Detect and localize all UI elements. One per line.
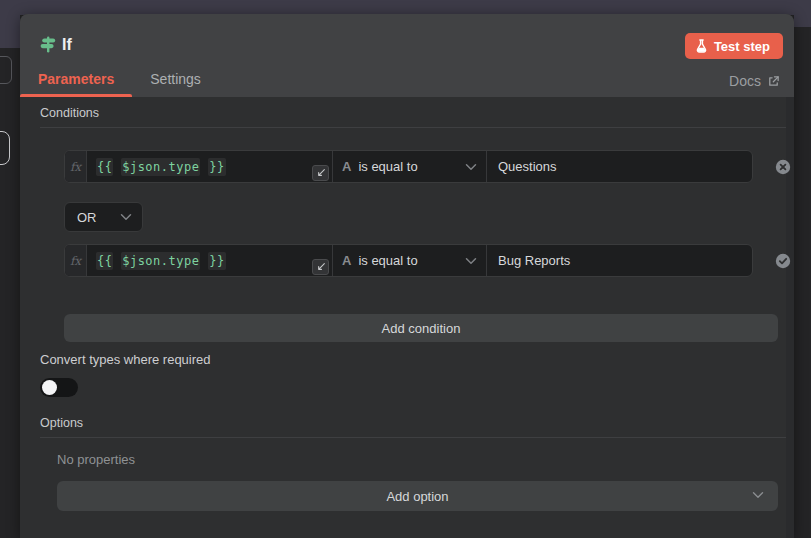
chevron-down-icon [465, 257, 477, 265]
node-settings-panel: If Test step Parameters Settings [20, 14, 794, 538]
canvas-background-left [0, 0, 20, 48]
condition-inputs: fx {{ $json.type }} A is equal to [64, 244, 753, 277]
background-panel-fragment [0, 56, 12, 84]
convert-types-label: Convert types where required [40, 352, 211, 367]
expand-expression-icon[interactable] [312, 165, 329, 181]
expression-fx-prefix: fx [65, 245, 87, 276]
panel-header: If Test step Parameters Settings [20, 14, 794, 97]
chevron-down-icon [465, 163, 477, 171]
tab-parameters[interactable]: Parameters [20, 61, 132, 97]
parameters-panel: Conditions fx {{ $json.type }} [20, 97, 794, 538]
expand-expression-icon[interactable] [312, 259, 329, 275]
condition-inputs: fx {{ $json.type }} A is equal to [64, 150, 753, 183]
add-option-button[interactable]: Add option [57, 481, 778, 511]
node-title: If [62, 36, 72, 54]
condition-row: fx {{ $json.type }} A is equal to [64, 244, 794, 277]
test-step-label: Test step [714, 39, 770, 54]
conditions-section-label: Conditions [40, 106, 99, 120]
no-properties-text: No properties [57, 452, 135, 467]
background-node-fragment [0, 131, 10, 165]
docs-label: Docs [729, 73, 761, 89]
operator-dropdown[interactable]: A is equal to [333, 151, 487, 182]
convert-types-toggle[interactable] [40, 378, 78, 397]
canvas-background-right [794, 0, 811, 27]
flask-icon [695, 39, 708, 53]
left-value-expression-input[interactable]: {{ $json.type }} [87, 245, 333, 276]
toggle-knob [42, 380, 57, 395]
right-value-input[interactable]: Questions [487, 151, 752, 182]
remove-condition-icon[interactable] [775, 159, 791, 175]
n8n-workspace: If Test step Parameters Settings [0, 0, 811, 538]
section-divider [40, 127, 786, 128]
string-type-icon: A [342, 253, 351, 268]
docs-link[interactable]: Docs [729, 73, 780, 89]
tab-settings[interactable]: Settings [132, 61, 219, 97]
options-section-label: Options [40, 416, 83, 430]
string-type-icon: A [342, 159, 351, 174]
operator-dropdown[interactable]: A is equal to [333, 245, 487, 276]
test-step-button[interactable]: Test step [685, 33, 783, 59]
tab-bar: Parameters Settings [20, 61, 219, 97]
chevron-down-icon [120, 213, 132, 221]
external-link-icon [767, 75, 780, 88]
add-condition-button[interactable]: Add condition [64, 314, 778, 342]
right-value-input[interactable]: Bug Reports [487, 245, 752, 276]
chevron-down-icon [752, 491, 764, 499]
canvas-background-band [0, 0, 811, 15]
condition-row: fx {{ $json.type }} A is equal to [64, 150, 794, 183]
section-divider [40, 437, 786, 438]
if-node-icon [38, 35, 58, 55]
combinator-dropdown[interactable]: OR [64, 202, 143, 232]
condition-valid-icon[interactable] [775, 253, 791, 269]
expression-fx-prefix: fx [65, 151, 87, 182]
left-value-expression-input[interactable]: {{ $json.type }} [87, 151, 333, 182]
